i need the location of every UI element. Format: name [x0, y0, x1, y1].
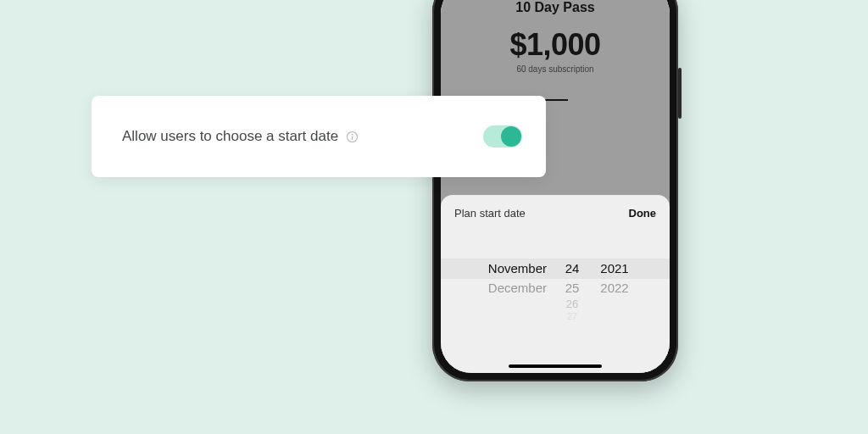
date-picker-sheet: Plan start date Done November December 2… [441, 195, 670, 373]
allow-start-date-toggle[interactable] [483, 125, 522, 147]
setting-label-wrap: Allow users to choose a start date [122, 128, 359, 145]
setting-label: Allow users to choose a start date [122, 128, 338, 145]
picker-col-year[interactable]: 2021 2022 [598, 259, 632, 321]
picker-day-next2: 26 [562, 298, 582, 311]
phone-mockup: 10 Day Pass $1,000 60 days subscription … [432, 0, 678, 381]
picker-day-next: 25 [562, 279, 582, 298]
toggle-knob [501, 126, 521, 147]
svg-rect-2 [351, 136, 352, 140]
picker-col-day[interactable]: 24 25 26 27 [562, 259, 582, 321]
phone-side-button [678, 68, 682, 119]
home-indicator[interactable] [509, 364, 602, 368]
picker-col-month[interactable]: November December [479, 259, 547, 321]
picker-day-selected: 24 [562, 259, 582, 279]
picker-month-next: December [479, 279, 547, 298]
done-button[interactable]: Done [629, 207, 657, 220]
picker-month-selected: November [479, 259, 547, 279]
svg-point-1 [351, 133, 353, 135]
sheet-header: Plan start date Done [454, 207, 656, 220]
info-icon[interactable] [345, 130, 359, 143]
picker-year-selected: 2021 [598, 259, 632, 279]
picker-day-next3: 27 [562, 311, 582, 321]
setting-card: Allow users to choose a start date [92, 96, 546, 177]
picker-year-next: 2022 [598, 279, 632, 298]
sheet-title: Plan start date [454, 207, 526, 220]
phone-screen: 10 Day Pass $1,000 60 days subscription … [441, 0, 670, 373]
date-picker[interactable]: November December 24 25 26 27 2021 2022 [454, 259, 656, 352]
